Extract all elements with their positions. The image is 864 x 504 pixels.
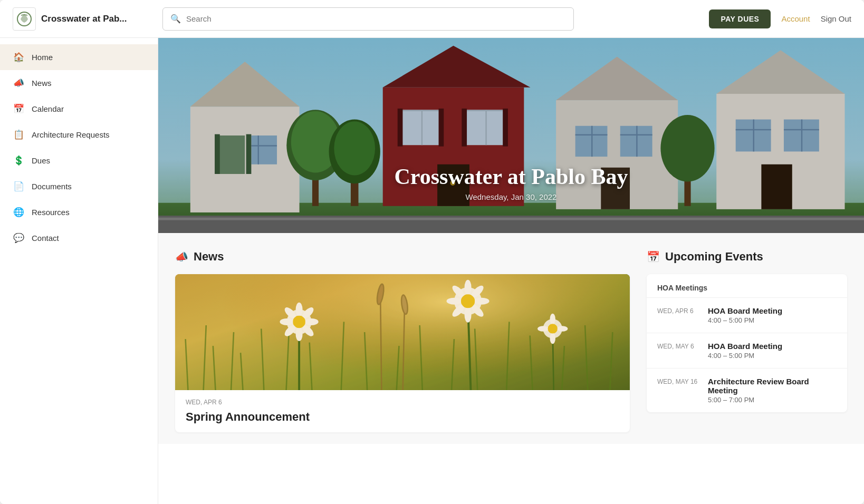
sidebar-item-documents-label: Documents xyxy=(32,182,72,191)
events-section-icon: 📅 xyxy=(647,250,660,263)
sidebar-item-calendar-label: Calendar xyxy=(32,104,64,113)
news-image-svg xyxy=(175,274,630,390)
event-details-1: HOA Board Meeting 4:00 – 5:00 PM xyxy=(708,306,782,324)
events-section-header: 📅 Upcoming Events xyxy=(647,250,847,264)
hero-text: Crosswater at Pablo Bay Wednesday, Jan 3… xyxy=(158,164,864,201)
resources-icon: 🌐 xyxy=(13,207,24,218)
event-date-3: WED, MAY 16 xyxy=(657,377,699,404)
dues-icon: 💲 xyxy=(13,155,24,166)
header-right: PAY DUES Account Sign Out xyxy=(709,9,851,28)
news-content: WED, APR 6 Spring Announcement xyxy=(175,390,630,432)
sidebar-item-architecture-label: Architecture Requests xyxy=(32,130,110,139)
main-layout: 🏠 Home 📣 News 📅 Calendar 📋 Architecture … xyxy=(0,38,864,504)
hero-date: Wednesday, Jan 30, 2022 xyxy=(158,192,864,201)
sidebar-item-calendar[interactable]: 📅 Calendar xyxy=(0,96,158,122)
sidebar-item-resources-label: Resources xyxy=(32,208,70,217)
sidebar-item-home[interactable]: 🏠 Home xyxy=(0,44,158,70)
news-card[interactable]: WED, APR 6 Spring Announcement xyxy=(175,274,630,432)
sidebar-item-contact[interactable]: 💬 Contact xyxy=(0,225,158,251)
event-item-3[interactable]: WED, MAY 16 Architecture Review Board Me… xyxy=(647,369,847,412)
events-group-label: HOA Meetings xyxy=(647,274,847,298)
event-item-1[interactable]: WED, APR 6 HOA Board Meeting 4:00 – 5:00… xyxy=(647,298,847,333)
sidebar-item-home-label: Home xyxy=(32,53,53,62)
event-time-2: 4:00 – 5:00 PM xyxy=(708,352,782,360)
contact-icon: 💬 xyxy=(13,232,24,244)
sidebar-item-dues-label: Dues xyxy=(32,156,50,165)
pay-dues-button[interactable]: PAY DUES xyxy=(709,9,771,28)
news-section: 📣 News xyxy=(175,250,630,444)
sidebar-item-news-label: News xyxy=(32,79,52,88)
news-date: WED, APR 6 xyxy=(186,399,619,406)
content-area: Crosswater at Pablo Bay Wednesday, Jan 3… xyxy=(158,38,864,504)
sidebar-item-contact-label: Contact xyxy=(32,234,59,243)
logo-area: Crosswater at Pab... xyxy=(13,7,150,31)
search-bar[interactable]: 🔍 xyxy=(162,7,574,31)
sidebar-item-news[interactable]: 📣 News xyxy=(0,70,158,96)
sidebar-item-documents[interactable]: 📄 Documents xyxy=(0,173,158,199)
bottom-section: 📣 News xyxy=(158,233,864,444)
event-date-1: WED, APR 6 xyxy=(657,306,699,324)
calendar-icon: 📅 xyxy=(13,103,24,114)
event-name-2: HOA Board Meeting xyxy=(708,342,782,351)
sidebar-item-dues[interactable]: 💲 Dues xyxy=(0,148,158,173)
svg-rect-110 xyxy=(175,274,630,390)
sidebar: 🏠 Home 📣 News 📅 Calendar 📋 Architecture … xyxy=(0,38,158,504)
event-details-2: HOA Board Meeting 4:00 – 5:00 PM xyxy=(708,342,782,360)
architecture-icon: 📋 xyxy=(13,129,24,140)
news-section-title: News xyxy=(194,250,224,264)
logo-text: Crosswater at Pab... xyxy=(41,14,127,24)
account-link[interactable]: Account xyxy=(781,14,810,23)
events-card: HOA Meetings WED, APR 6 HOA Board Meetin… xyxy=(647,274,847,412)
event-item-2[interactable]: WED, MAY 6 HOA Board Meeting 4:00 – 5:00… xyxy=(647,333,847,369)
hero-title: Crosswater at Pablo Bay xyxy=(158,164,864,189)
news-headline: Spring Announcement xyxy=(186,410,619,424)
event-details-3: Architecture Review Board Meeting 5:00 –… xyxy=(708,377,837,404)
events-section: 📅 Upcoming Events HOA Meetings WED, APR … xyxy=(647,250,847,444)
news-icon: 📣 xyxy=(13,77,24,89)
search-input[interactable] xyxy=(186,14,566,23)
news-section-header: 📣 News xyxy=(175,250,630,264)
header: Crosswater at Pab... 🔍 PAY DUES Account … xyxy=(0,0,864,38)
hero-overlay xyxy=(158,38,864,233)
news-image xyxy=(175,274,630,390)
signout-link[interactable]: Sign Out xyxy=(821,14,851,23)
event-time-3: 5:00 – 7:00 PM xyxy=(708,396,837,404)
hero-banner: Crosswater at Pablo Bay Wednesday, Jan 3… xyxy=(158,38,864,233)
news-section-icon: 📣 xyxy=(175,250,188,263)
event-time-1: 4:00 – 5:00 PM xyxy=(708,316,782,324)
event-date-2: WED, MAY 6 xyxy=(657,342,699,360)
events-section-title: Upcoming Events xyxy=(665,250,763,264)
search-icon: 🔍 xyxy=(170,14,181,24)
sidebar-item-resources[interactable]: 🌐 Resources xyxy=(0,199,158,225)
event-name-3: Architecture Review Board Meeting xyxy=(708,377,837,395)
sidebar-item-architecture-requests[interactable]: 📋 Architecture Requests xyxy=(0,122,158,148)
logo-icon xyxy=(13,7,36,31)
event-name-1: HOA Board Meeting xyxy=(708,306,782,315)
home-icon: 🏠 xyxy=(13,52,24,63)
documents-icon: 📄 xyxy=(13,181,24,192)
